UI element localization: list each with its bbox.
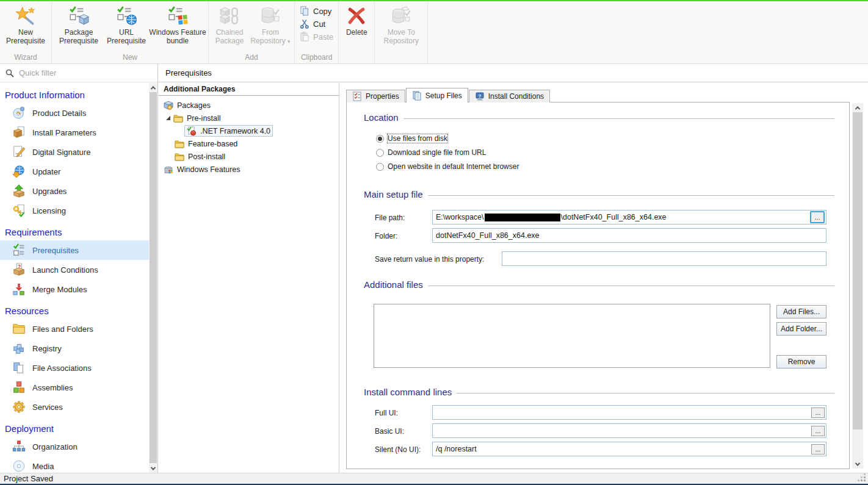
tab-setup-files[interactable]: Setup Files bbox=[406, 88, 468, 102]
sidebar-item-services[interactable]: Services bbox=[0, 397, 149, 417]
location-section-header: Location bbox=[364, 112, 834, 123]
scroll-up-arrow-icon[interactable] bbox=[852, 103, 863, 112]
radio-button-icon[interactable] bbox=[376, 163, 384, 171]
ribbon-group-add: Chained Package From Repository ▾ Add bbox=[209, 1, 295, 63]
save-return-value-input[interactable] bbox=[502, 251, 826, 266]
sidebar-item-media[interactable]: Media bbox=[0, 456, 149, 473]
remove-button[interactable]: Remove bbox=[776, 355, 826, 368]
sidebar-item-files-and-folders[interactable]: Files and Folders bbox=[0, 319, 149, 339]
sidebar-item-merge-modules[interactable]: Merge Modules bbox=[0, 279, 149, 299]
chained-package-button[interactable]: Chained Package bbox=[211, 1, 248, 46]
tab-properties[interactable]: Properties bbox=[346, 90, 405, 102]
folder-label: Folder: bbox=[375, 232, 397, 240]
sidebar-item-label: Media bbox=[32, 462, 54, 471]
resize-grip[interactable] bbox=[864, 480, 866, 481]
button-label: URL Prerequisite bbox=[104, 28, 149, 46]
paste-button[interactable]: Paste bbox=[297, 31, 336, 42]
file-path-label: File path: bbox=[375, 214, 405, 222]
ribbon-toolbar: New Prerequisite Wizard Package Prerequi… bbox=[0, 1, 868, 64]
tab-label: Setup Files bbox=[425, 92, 462, 100]
updater-globe-icon bbox=[12, 165, 26, 178]
sidebar-item-organization[interactable]: Organization bbox=[0, 437, 149, 456]
delete-button[interactable]: Delete bbox=[341, 1, 372, 37]
scroll-down-arrow-icon[interactable] bbox=[149, 464, 157, 473]
sidebar-item-file-associations[interactable]: File Associations bbox=[0, 358, 149, 378]
radio-open-website[interactable]: Open website in default Internet browser bbox=[376, 162, 519, 171]
clipboard-icon bbox=[300, 32, 309, 41]
tree-node-windows-features[interactable]: Windows Features bbox=[159, 163, 339, 176]
full-ui-browse-button[interactable]: ... bbox=[811, 408, 825, 418]
radio-download-single-file[interactable]: Download single file from URL bbox=[376, 148, 486, 157]
sidebar-item-install-parameters[interactable]: Install Parameters bbox=[0, 123, 149, 142]
tree-node-feature-based[interactable]: Feature-based bbox=[159, 137, 339, 150]
sidebar-item-digital-signature[interactable]: Digital Signature bbox=[0, 142, 149, 162]
scroll-up-arrow-icon[interactable] bbox=[149, 83, 157, 92]
copy-button[interactable]: Copy bbox=[297, 5, 336, 16]
sidebar-item-prerequisites[interactable]: Prerequisites bbox=[0, 240, 149, 260]
quick-filter-input[interactable] bbox=[19, 68, 153, 77]
digital-signature-icon bbox=[12, 145, 26, 159]
sidebar-scrollbar[interactable] bbox=[149, 83, 157, 473]
silent-no-ui-browse-button[interactable]: ... bbox=[811, 444, 825, 454]
file-path-input[interactable]: E:\workspace\\dotNetFx40_Full_x86_x64.ex… bbox=[432, 210, 826, 225]
cut-button[interactable]: Cut bbox=[297, 18, 336, 29]
tree-node-pre-install[interactable]: Pre-install bbox=[159, 112, 339, 124]
radio-label: Use files from disk bbox=[388, 134, 447, 143]
tree-node-post-install[interactable]: Post-install bbox=[159, 150, 339, 163]
magic-wand-icon bbox=[15, 5, 36, 26]
ribbon-group-delete: Delete bbox=[339, 1, 375, 63]
section-title: Install command lines bbox=[364, 387, 452, 397]
tree-node-dotnet-framework[interactable]: .NET Framework 4.0 bbox=[159, 124, 339, 137]
radio-button-icon[interactable] bbox=[376, 135, 384, 143]
ribbon-group-clipboard: Copy Cut Paste Clipboard bbox=[295, 1, 339, 63]
button-label: Cut bbox=[313, 20, 325, 29]
additional-files-section-header: Additional files bbox=[364, 279, 834, 290]
chained-package-icon bbox=[219, 5, 240, 26]
detail-tabs: Properties Setup Files ? Install Conditi… bbox=[346, 88, 551, 102]
move-to-repository-button[interactable]: Move To Repository bbox=[377, 1, 425, 46]
url-prerequisite-button[interactable]: URL Prerequisite bbox=[104, 1, 149, 46]
scrollbar-thumb[interactable] bbox=[853, 112, 863, 429]
sidebar-item-updater[interactable]: Updater bbox=[0, 162, 149, 181]
basic-ui-input[interactable]: ... bbox=[432, 423, 826, 438]
scrollbar-thumb[interactable] bbox=[150, 92, 157, 463]
new-prerequisite-button[interactable]: New Prerequisite bbox=[2, 1, 49, 46]
radio-button-icon[interactable] bbox=[376, 149, 384, 157]
packages-tree: Packages Pre-install .NET Framework 4.0 … bbox=[159, 96, 339, 176]
folder-input[interactable]: dotNetFx40_Full_x86_x64.exe bbox=[432, 228, 826, 243]
tree-expander-icon[interactable] bbox=[166, 116, 170, 120]
sidebar-item-assemblies[interactable]: Assemblies bbox=[0, 378, 149, 397]
from-repository-button[interactable]: From Repository ▾ bbox=[248, 1, 292, 46]
folder-icon bbox=[175, 139, 184, 149]
button-label: Delete bbox=[346, 28, 367, 37]
package-prerequisite-button[interactable]: Package Prerequisite bbox=[54, 1, 104, 46]
section-title: Additional files bbox=[364, 279, 423, 290]
detail-scrollbar[interactable] bbox=[852, 103, 863, 469]
radio-use-files-from-disk[interactable]: Use files from disk bbox=[376, 134, 447, 143]
sidebar-item-upgrades[interactable]: Upgrades bbox=[0, 181, 149, 201]
sidebar-item-launch-conditions[interactable]: ? Launch Conditions bbox=[0, 260, 149, 279]
url-prerequisite-icon bbox=[116, 5, 137, 26]
licensing-key-icon bbox=[12, 204, 26, 217]
tree-node-packages[interactable]: Packages bbox=[159, 99, 339, 112]
add-files-button[interactable]: Add Files... bbox=[776, 305, 826, 318]
windows-features-icon bbox=[164, 165, 173, 174]
tree-node-label: Feature-based bbox=[188, 140, 237, 148]
windows-feature-bundle-button[interactable]: Windows Feature bundle bbox=[149, 1, 206, 46]
additional-files-list[interactable] bbox=[374, 304, 770, 368]
install-command-lines-section-header: Install command lines bbox=[364, 387, 834, 397]
add-folder-button[interactable]: Add Folder... bbox=[776, 322, 826, 336]
sidebar-item-product-details[interactable]: Product Details bbox=[0, 103, 149, 123]
browse-file-button[interactable]: ... bbox=[810, 211, 825, 223]
silent-no-ui-input[interactable]: /q /norestart ... bbox=[432, 442, 826, 456]
file-associations-icon bbox=[12, 361, 26, 375]
sidebar-item-registry[interactable]: Registry bbox=[0, 339, 149, 358]
sidebar-item-label: Licensing bbox=[32, 206, 66, 215]
basic-ui-browse-button[interactable]: ... bbox=[811, 426, 825, 436]
sidebar-item-label: Prerequisites bbox=[32, 246, 79, 255]
full-ui-input[interactable]: ... bbox=[432, 405, 826, 420]
scroll-down-arrow-icon[interactable] bbox=[852, 459, 863, 469]
tab-install-conditions[interactable]: ? Install Conditions bbox=[469, 90, 550, 102]
sidebar-item-licensing[interactable]: Licensing bbox=[0, 201, 149, 220]
sidebar-item-label: Launch Conditions bbox=[32, 265, 98, 275]
